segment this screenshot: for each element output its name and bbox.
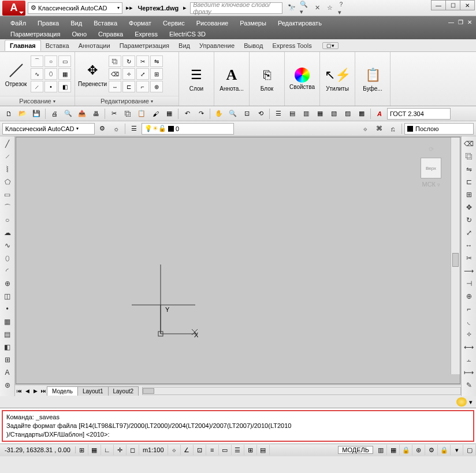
- osnap-toggle[interactable]: ◻: [127, 445, 139, 455]
- menu-edit[interactable]: Правка: [32, 18, 65, 28]
- mirror-tool[interactable]: ⇋: [463, 163, 475, 176]
- ws-settings-icon[interactable]: ⚙: [96, 123, 109, 135]
- qp-toggle[interactable]: ☰: [232, 445, 244, 455]
- layer-iso-icon[interactable]: ⌘: [373, 123, 385, 135]
- menu-parametric[interactable]: Параметризация: [5, 29, 66, 39]
- offset-button[interactable]: ⊏: [122, 81, 135, 92]
- tab-first-icon[interactable]: ⏮: [15, 388, 23, 394]
- undo-icon[interactable]: ↶: [181, 108, 194, 120]
- ortho-toggle[interactable]: ∟: [101, 445, 114, 455]
- block-icon[interactable]: ▦: [163, 108, 176, 120]
- textstyle-dropdown[interactable]: ГОСТ 2.304: [387, 108, 451, 120]
- circle-button[interactable]: ○: [44, 55, 57, 67]
- viewcube-face[interactable]: Верх: [421, 158, 441, 178]
- chamfer-tool[interactable]: ⌐: [463, 303, 475, 315]
- copy-button[interactable]: ⿻: [109, 55, 121, 67]
- tp-icon[interactable]: ▥: [300, 108, 313, 120]
- line-button[interactable]: Отрезок: [3, 55, 28, 92]
- qv-drawings-icon[interactable]: ▦: [387, 445, 400, 455]
- color-combo[interactable]: Послою: [404, 123, 474, 135]
- tab-home[interactable]: Главная: [5, 40, 41, 51]
- exchange-icon[interactable]: ✕: [313, 3, 322, 13]
- erase-tool[interactable]: ⌫: [463, 137, 475, 150]
- menu-draw[interactable]: Рисование: [191, 18, 234, 28]
- coordinates[interactable]: -31.29, 16328.31 , 0.00: [0, 446, 76, 453]
- ref-icon[interactable]: ▩: [355, 108, 368, 120]
- new-icon[interactable]: 🗋: [2, 108, 15, 120]
- search-input[interactable]: Введите ключевое слово/фразу: [190, 2, 282, 14]
- block-tool[interactable]: ◫: [1, 290, 14, 303]
- cmd-expand-icon[interactable]: ▾: [469, 398, 473, 406]
- ducs-toggle[interactable]: ∠: [181, 445, 194, 455]
- print-icon[interactable]: 🖨: [48, 108, 61, 120]
- rotate-button[interactable]: ↻: [122, 55, 135, 67]
- copy-tool[interactable]: ⿻: [463, 150, 475, 163]
- space-toggle[interactable]: МОДЕЛЬ: [338, 446, 373, 454]
- workspace-dropdown[interactable]: ⚙ Классический AutoCAD ▾: [28, 2, 122, 14]
- clipboard-button[interactable]: 📋Буфе...: [359, 61, 386, 98]
- viewcube-cs[interactable]: МСК ▿: [414, 181, 448, 188]
- calc-icon[interactable]: ▨: [341, 108, 354, 120]
- tab-layout2[interactable]: Layout2: [108, 386, 139, 396]
- tpy-toggle[interactable]: ▭: [219, 445, 232, 455]
- layer-combo[interactable]: 💡 ☀ 🔓 0: [142, 123, 234, 135]
- move-button[interactable]: ✥ Перенести: [79, 55, 106, 92]
- toolbar-lock-icon[interactable]: 🔒: [438, 445, 451, 455]
- app-menu-button[interactable]: A: [2, 1, 25, 16]
- open-icon[interactable]: 📂: [16, 108, 29, 120]
- layer-props-icon[interactable]: ☰: [128, 123, 140, 135]
- command-line[interactable]: Команда: _saveas Задайте формат файла [R…: [2, 410, 474, 442]
- workspace-combo[interactable]: Классический AutoCAD▾: [2, 123, 95, 135]
- save-icon[interactable]: 💾: [30, 108, 43, 120]
- close-button[interactable]: ✕: [460, 0, 475, 10]
- dyn-toggle[interactable]: ⊡: [194, 445, 206, 455]
- tab-annotate[interactable]: Аннотации: [74, 40, 115, 51]
- trim-button[interactable]: ✂: [136, 55, 149, 67]
- properties-button[interactable]: Свойства: [288, 61, 316, 98]
- table-tool[interactable]: ⊞: [1, 353, 14, 366]
- match-icon[interactable]: 🖌: [149, 108, 162, 120]
- edit-tool[interactable]: ✎: [463, 379, 475, 392]
- extend-tool[interactable]: ⟶: [463, 265, 475, 277]
- addsel-tool[interactable]: ⊛: [1, 379, 14, 392]
- am-toggle[interactable]: ▤: [257, 445, 270, 455]
- qat-play-icon[interactable]: ▸▸: [126, 4, 133, 12]
- tab-last-icon[interactable]: ⏭: [39, 388, 47, 394]
- menu-help[interactable]: Справка: [92, 29, 129, 39]
- circle-tool[interactable]: ○: [1, 214, 14, 226]
- signin-icon[interactable]: 🔍▾: [300, 3, 309, 13]
- erase-button[interactable]: ⌫: [109, 68, 121, 80]
- grid-toggle[interactable]: ▦: [88, 445, 101, 455]
- layers-button[interactable]: ☰Слои: [183, 61, 210, 98]
- arc-tool[interactable]: ⌒: [1, 201, 14, 214]
- mk-icon[interactable]: ▧: [328, 108, 340, 120]
- tab-manage[interactable]: Управление: [195, 40, 239, 51]
- tab-layout1[interactable]: Layout1: [77, 386, 109, 396]
- expand-icon[interactable]: ▾: [53, 99, 55, 104]
- bulb-icon[interactable]: [456, 397, 467, 407]
- layer-state-icon[interactable]: ⟐: [359, 123, 371, 135]
- vertical-scrollbar[interactable]: [451, 137, 460, 374]
- pline-tool[interactable]: ⦚: [1, 163, 14, 176]
- hatch-tool[interactable]: ▦: [1, 315, 14, 328]
- explode-tool[interactable]: ✧: [463, 328, 475, 341]
- break-tool[interactable]: ⊣: [463, 277, 475, 290]
- gradient-tool[interactable]: ▤: [1, 328, 14, 341]
- array-button[interactable]: ⊞: [150, 68, 163, 80]
- tab-insert[interactable]: Вставка: [41, 40, 74, 51]
- plot-icon[interactable]: 🖶: [90, 108, 102, 120]
- menu-dimension[interactable]: Размеры: [234, 18, 272, 28]
- cut-icon[interactable]: ✂: [107, 108, 120, 120]
- rect-tool[interactable]: ▭: [1, 188, 14, 201]
- region-button[interactable]: ◧: [58, 81, 71, 92]
- polyline-button[interactable]: ⟋: [31, 81, 43, 92]
- tab-view[interactable]: Вид: [174, 40, 195, 51]
- mtext-tool[interactable]: A: [1, 366, 14, 379]
- scale-tool[interactable]: ⤢: [463, 226, 475, 239]
- menu-electrics[interactable]: ElectriCS 3D: [163, 29, 211, 39]
- tab-next-icon[interactable]: ▶: [31, 388, 39, 394]
- clean-screen-icon[interactable]: ▢: [463, 445, 476, 455]
- pan-icon[interactable]: ✋: [213, 108, 225, 120]
- favorite-icon[interactable]: ☆: [325, 3, 334, 13]
- arc-button[interactable]: ⌒: [31, 55, 43, 67]
